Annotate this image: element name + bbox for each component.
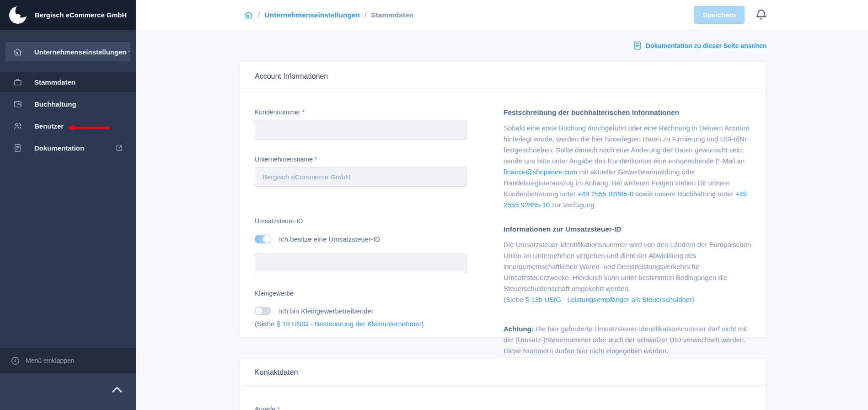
sidebar-item-label: Dokumentation <box>34 144 84 152</box>
home-icon[interactable] <box>244 11 253 20</box>
ustid-input[interactable] <box>255 254 467 273</box>
page-doc-link-row: Dokumentation zu dieser Seite ansehen <box>239 41 766 50</box>
kleingewerbe-note: (Siehe § 19 UStG - Besteuerung der Klein… <box>255 320 467 328</box>
card-title: Kontaktdaten <box>240 358 766 387</box>
sidebar-item-stammdaten[interactable]: Stammdaten <box>0 72 136 92</box>
shopware-logo-icon <box>8 5 27 25</box>
document-icon <box>13 143 22 153</box>
kundennummer-label: Kundennummer * <box>255 108 467 116</box>
topbar: / Unternehmenseinstellungen / Stammdaten… <box>136 0 868 30</box>
external-link-icon <box>115 144 123 152</box>
menu-collapse-label: Menü einklappen <box>26 357 75 364</box>
kontaktdaten-card: Kontaktdaten Anrede * <box>239 358 766 410</box>
sidebar-item-benutzer[interactable]: Benutzer <box>0 116 136 136</box>
sidebar-item-label: Stammdaten <box>34 78 75 86</box>
save-button[interactable]: Speichern <box>694 6 745 24</box>
unternehmensname-input[interactable] <box>255 167 467 187</box>
breadcrumb-current: Stammdaten <box>371 11 413 19</box>
page-documentation-link[interactable]: Dokumentation zu dieser Seite ansehen <box>645 42 766 49</box>
chevron-up-icon[interactable] <box>110 384 124 395</box>
breadcrumb-link-unternehmenseinstellungen[interactable]: Unternehmenseinstellungen <box>264 11 359 19</box>
notification-bell-button[interactable] <box>754 8 768 22</box>
info2-title: Informationen zur Umsatzsteuer-ID <box>504 225 753 233</box>
warning-text: Achtung: Die hier geforderte Umsatzsteue… <box>504 324 753 356</box>
kleingewerbe-toggle-label: Ich bin Kleingewerbetreibender <box>279 307 374 315</box>
card-title: Account Informationen <box>240 61 766 92</box>
main-content: Dokumentation zu dieser Seite ansehen Ac… <box>136 30 868 410</box>
info1-p1: Sobald eine erste Buchung durchgeführt o… <box>504 124 749 165</box>
wallet-icon <box>13 99 22 109</box>
menu-collapse-button[interactable]: Menü einklappen <box>0 348 136 373</box>
breadcrumb: / Unternehmenseinstellungen / Stammdaten <box>244 0 413 30</box>
umsatzsteuer-id-label: Umsatzsteuer-ID <box>255 217 467 225</box>
sidebar-item-unternehmenseinstellungen[interactable]: Unternehmenseinstellungen <box>5 42 130 61</box>
sidebar-item-dokumentation[interactable]: Dokumentation <box>0 138 136 158</box>
account-info-column: Festschreibung der buchhalterischen Info… <box>504 108 753 356</box>
breadcrumb-separator: / <box>364 11 366 19</box>
info2-see-suffix: ) <box>692 296 694 303</box>
document-icon <box>633 41 641 50</box>
sidebar-item-label: Benutzer <box>34 122 64 130</box>
paragraph-13b-ustg-link[interactable]: § 13b UStG - Leistungsempfänger als Steu… <box>525 296 692 303</box>
paragraph-19-ustg-link[interactable]: § 19 UStG - Besteuerung der Kleinunterne… <box>277 320 422 328</box>
circle-chevron-left-icon <box>11 356 20 365</box>
info2-text: Die Umsatzsteuer-Identifikationsnummer w… <box>504 239 753 305</box>
unternehmensname-label: Unternehmensname * <box>255 156 467 163</box>
account-form-column: Kundennummer * Unternehmensname * Umsatz… <box>255 108 467 356</box>
info1-p3: sowie unsere Buchhaltung unter <box>633 190 735 198</box>
home-icon <box>13 47 22 57</box>
ustid-toggle-label: Ich besitze eine Umsatzsteuer-ID <box>279 235 380 243</box>
kundennummer-input[interactable] <box>255 120 467 140</box>
annotation-arrow <box>67 124 110 131</box>
warning-body: Die hier geforderte Umsatzsteuer-Identif… <box>504 325 747 355</box>
chevron-down-icon <box>128 49 130 54</box>
bell-icon <box>755 8 767 22</box>
sidebar-nav: Unternehmenseinstellungen Stammdaten Buc… <box>0 30 136 348</box>
briefcase-icon <box>13 77 22 87</box>
anrede-label: Anrede * <box>255 405 467 410</box>
kleingewerbe-label: Kleingewerbe <box>255 290 467 297</box>
note-suffix: ) <box>421 320 423 328</box>
info1-p4: zur Verfügung. <box>550 201 596 209</box>
info1-text: Sobald eine erste Buchung durchgeführt o… <box>504 123 753 210</box>
sidebar-header: Bergisch eCommerce GmbH <box>0 0 136 30</box>
kleingewerbe-toggle[interactable] <box>255 307 271 315</box>
ustid-toggle[interactable] <box>255 235 271 243</box>
info2-p1: Die Umsatzsteuer-Identifikationsnummer w… <box>504 241 751 292</box>
company-name: Bergisch eCommerce GmbH <box>35 11 127 19</box>
sidebar-item-buchhaltung[interactable]: Buchhaltung <box>0 94 136 114</box>
sidebar-item-label: Unternehmenseinstellungen <box>34 48 127 56</box>
sidebar-footer <box>0 373 136 410</box>
support-phone-link[interactable]: +49 2555 92885-0 <box>578 190 633 198</box>
sidebar-item-label: Buchhaltung <box>34 100 76 108</box>
info1-title: Festschreibung der buchhalterischen Info… <box>504 108 753 117</box>
account-informationen-card: Account Informationen Kundennummer * Unt… <box>239 61 766 337</box>
users-icon <box>13 121 22 131</box>
sidebar: Bergisch eCommerce GmbH Unternehmenseins… <box>0 0 136 410</box>
ustid-toggle-row: Ich besitze eine Umsatzsteuer-ID <box>255 235 467 243</box>
breadcrumb-separator: / <box>258 11 260 19</box>
finance-email-link[interactable]: finance@shopware.com <box>504 168 577 176</box>
info2-see-prefix: (Siehe <box>504 296 525 303</box>
warning-bold: Achtung: <box>504 325 534 333</box>
kleingewerbe-toggle-row: Ich bin Kleingewerbetreibender <box>255 307 467 315</box>
note-prefix: (Siehe <box>255 320 277 328</box>
